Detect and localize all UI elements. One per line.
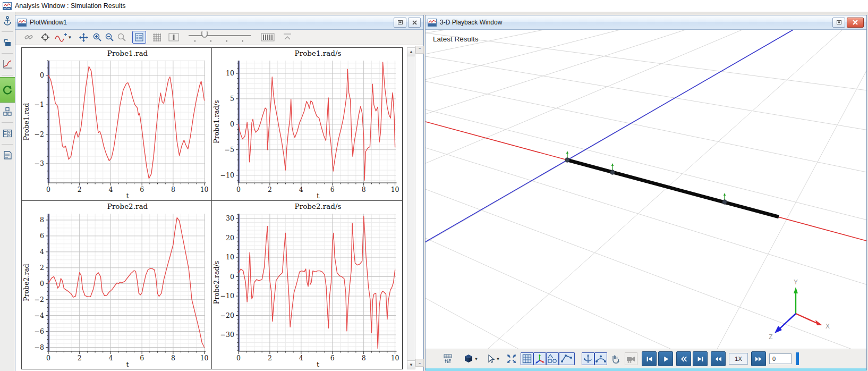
speed-display: 1X <box>729 353 748 365</box>
svg-text:0: 0 <box>40 71 44 79</box>
plot-window-titlebar[interactable]: PlotWindow1 <box>15 15 423 30</box>
collapse-icon[interactable] <box>281 31 294 43</box>
svg-text:−10: −10 <box>220 171 234 179</box>
polyline-icon[interactable] <box>559 352 575 365</box>
dropdown-arrow-icon: ▼ <box>496 357 500 361</box>
3d-viewport[interactable]: YXZ Latest Results <box>426 30 866 349</box>
time-slider[interactable] <box>186 31 254 43</box>
svg-text:8: 8 <box>171 186 175 193</box>
scroll-up-button[interactable]: ▲ <box>407 48 415 56</box>
orbit-icon[interactable] <box>594 352 607 365</box>
svg-text:−3: −3 <box>35 159 44 167</box>
sidebar-separator <box>2 122 13 123</box>
sidebar-item-console-output[interactable] <box>0 124 15 142</box>
shapes-icon[interactable] <box>546 352 559 365</box>
plot-probe1-rads[interactable]: −10−505100246810Probe1.rad/stProbe1.rad/… <box>212 48 402 200</box>
cubes-icon <box>2 106 13 117</box>
time-field[interactable]: 0 <box>769 353 792 364</box>
maximize-button[interactable] <box>832 18 845 28</box>
sidebar-item-model-blocks[interactable] <box>0 103 15 121</box>
camera-icon[interactable] <box>625 352 637 365</box>
plot-probe1-rad[interactable]: −3−2−100246810Probe1.radtProbe1.rad <box>22 48 211 200</box>
rotate-axis-icon[interactable] <box>582 352 594 365</box>
report-icon <box>2 150 13 161</box>
skip-end-button[interactable] <box>693 351 708 366</box>
fit-view-icon[interactable] <box>505 352 518 365</box>
svg-text:0: 0 <box>46 186 50 193</box>
svg-text:Probe1.rad: Probe1.rad <box>22 103 30 141</box>
anchor-icon <box>2 15 13 26</box>
svg-text:t: t <box>126 360 129 368</box>
sim-logo-icon <box>18 19 27 27</box>
close-icon <box>853 20 858 25</box>
link-icon[interactable] <box>23 31 35 43</box>
plot-probe2-rad[interactable]: −8−6−4−2024680246810Probe2.radtProbe2.ra… <box>22 201 211 369</box>
plot-probe2-rads[interactable]: −30−20−1001020300246810Probe2.rad/stProb… <box>212 201 402 369</box>
svg-text:0: 0 <box>236 354 241 362</box>
cursor-icon[interactable]: ▼ <box>484 352 502 365</box>
chart-icon <box>2 59 13 70</box>
playback-toolbar: ▼ ▼ <box>426 349 866 368</box>
legend-toggle-icon[interactable] <box>132 31 146 44</box>
rewind-button[interactable] <box>676 351 691 366</box>
slower-button[interactable] <box>711 351 726 366</box>
svg-text:10: 10 <box>391 186 399 193</box>
scene-settings-icon[interactable] <box>441 352 454 365</box>
sidebar-item-plot-results[interactable] <box>0 55 15 73</box>
svg-text:8: 8 <box>171 354 175 362</box>
svg-text:t: t <box>317 360 320 368</box>
grid3d-icon[interactable] <box>521 352 533 365</box>
svg-text:Probe1.rad/s: Probe1.rad/s <box>295 49 342 57</box>
pan-icon[interactable] <box>78 31 89 43</box>
arrow-down-icon: ▼ <box>409 362 413 367</box>
sidebar-item-rerun-simulation[interactable] <box>0 77 15 103</box>
mdi-scroll-up-button[interactable]: ⌃ <box>415 46 424 54</box>
sidebar-item-report[interactable] <box>0 146 15 164</box>
sidebar-item-unlock[interactable] <box>0 33 15 52</box>
zoom-in-icon[interactable] <box>91 31 103 43</box>
svg-text:Probe2.rad/s: Probe2.rad/s <box>212 261 220 304</box>
maximize-button[interactable] <box>394 18 406 28</box>
maximize-icon <box>398 20 403 24</box>
svg-text:2: 2 <box>78 354 82 362</box>
svg-text:10: 10 <box>226 253 234 261</box>
3d-scene: YXZ <box>426 30 866 349</box>
svg-text:0: 0 <box>230 273 234 281</box>
plot-scrollbar[interactable]: ▲ ▼ <box>407 47 415 369</box>
sidebar-separator <box>2 53 13 54</box>
playback-window-titlebar[interactable]: 3-D Playback Window <box>426 15 866 30</box>
svg-text:Probe2.rad/s: Probe2.rad/s <box>295 202 342 210</box>
tickmarks-icon[interactable] <box>260 31 276 43</box>
zoom-reset-icon[interactable] <box>116 31 127 43</box>
curve-add-icon[interactable]: ▼ <box>54 31 72 43</box>
svg-text:6: 6 <box>40 232 44 240</box>
probe-icon[interactable] <box>167 31 180 43</box>
svg-text:6: 6 <box>330 354 335 362</box>
svg-text:−20: −20 <box>220 311 234 319</box>
sidebar-item-attach[interactable] <box>0 12 15 30</box>
svg-text:X: X <box>826 323 830 330</box>
sidebar-separator <box>2 31 13 32</box>
scroll-down-button[interactable]: ▼ <box>407 360 415 369</box>
crosshair-icon[interactable] <box>39 31 51 43</box>
zoom-out-icon[interactable] <box>104 31 115 43</box>
triad-icon[interactable] <box>533 352 546 365</box>
svg-text:2: 2 <box>40 264 44 272</box>
svg-text:4: 4 <box>108 186 113 193</box>
close-button[interactable] <box>408 18 421 28</box>
skip-start-button[interactable] <box>642 351 657 366</box>
play-button[interactable] <box>658 351 673 366</box>
faster-button[interactable] <box>751 351 766 366</box>
close-button[interactable] <box>847 18 864 28</box>
svg-text:6: 6 <box>140 186 144 193</box>
playback-progress-bar[interactable] <box>796 352 799 365</box>
svg-text:0: 0 <box>236 186 241 193</box>
cube-icon[interactable]: ▼ <box>462 352 480 365</box>
svg-text:10: 10 <box>200 186 209 193</box>
svg-text:4: 4 <box>299 186 303 193</box>
svg-text:6: 6 <box>140 354 144 362</box>
pan-hand-icon[interactable] <box>609 352 622 365</box>
mdi-scroll-down-button[interactable]: ⌄ <box>415 359 424 367</box>
grid-toggle-icon[interactable] <box>150 31 163 43</box>
playback-window: 3-D Playback Window YXZ Latest Results <box>425 15 867 370</box>
